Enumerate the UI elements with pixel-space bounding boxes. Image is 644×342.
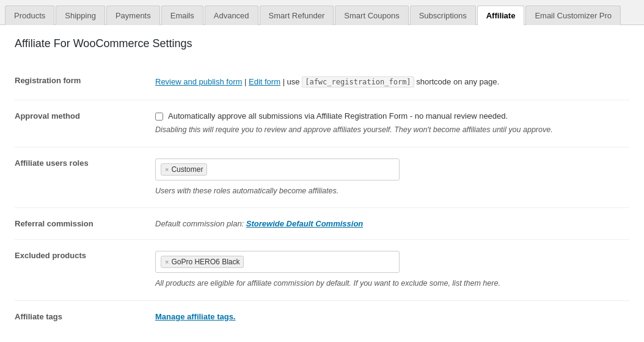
approval-method-value: Automatically approve all submissions vi…: [149, 100, 629, 147]
tag-chip-gopro: × GoPro HERO6 Black: [161, 256, 244, 268]
tab-affiliate[interactable]: Affiliate: [477, 6, 525, 25]
approval-checkbox-label: Automatically approve all submissions vi…: [168, 111, 508, 121]
registration-form-label: Registration form: [15, 65, 149, 100]
tab-smart-coupons[interactable]: Smart Coupons: [335, 6, 408, 25]
tab-advanced[interactable]: Advanced: [205, 6, 258, 25]
storewide-commission-link[interactable]: Storewide Default Commission: [246, 219, 363, 228]
tag-chip-customer: × Customer: [161, 163, 207, 176]
referral-commission-label: Referral commission: [15, 208, 149, 240]
tab-products[interactable]: Products: [5, 6, 54, 25]
affiliate-users-roles-row: Affiliate users roles × Customer Users w…: [15, 147, 629, 208]
referral-commission-value: Default commission plan: Storewide Defau…: [149, 208, 629, 240]
edit-form-link[interactable]: Edit form: [249, 77, 280, 86]
review-publish-link[interactable]: Review and publish form: [155, 77, 242, 86]
approval-note: Disabling this will require you to revie…: [155, 124, 623, 136]
excluded-products-label: Excluded products: [15, 240, 149, 301]
registration-form-row: Registration form Review and publish for…: [15, 65, 629, 100]
separator1: |: [244, 77, 249, 86]
approval-method-label: Approval method: [15, 100, 149, 147]
tab-emails[interactable]: Emails: [161, 6, 203, 25]
excluded-products-helper: All products are eligible for affiliate …: [155, 278, 623, 289]
tag-remove-customer[interactable]: ×: [165, 166, 169, 173]
tag-label-customer: Customer: [171, 165, 203, 174]
tab-subscriptions[interactable]: Subscriptions: [410, 6, 476, 25]
reg-form-line: Review and publish form | Edit form | us…: [155, 77, 499, 86]
tab-email-customizer-pro[interactable]: Email Customizer Pro: [525, 6, 621, 25]
page-content: Affiliate For WooCommerce Settings Regis…: [0, 25, 644, 342]
tabs-bar: ProductsShippingPaymentsEmailsAdvancedSm…: [0, 0, 644, 25]
commission-prefix: Default commission plan:: [155, 219, 244, 228]
tag-remove-gopro[interactable]: ×: [165, 258, 169, 266]
excluded-products-input[interactable]: × GoPro HERO6 Black: [155, 251, 400, 273]
tag-label-gopro: GoPro HERO6 Black: [171, 258, 240, 266]
affiliate-users-roles-input[interactable]: × Customer: [155, 158, 400, 180]
tab-smart-refunder[interactable]: Smart Refunder: [260, 6, 334, 25]
excluded-products-value: × GoPro HERO6 Black All products are eli…: [149, 240, 629, 301]
commission-line: Default commission plan: Storewide Defau…: [155, 219, 363, 228]
excluded-products-row: Excluded products × GoPro HERO6 Black Al…: [15, 240, 629, 301]
affiliate-users-roles-label: Affiliate users roles: [15, 147, 149, 208]
approval-method-row: Approval method Automatically approve al…: [15, 100, 629, 147]
affiliate-tags-value: Manage affiliate tags.: [149, 301, 629, 333]
tab-shipping[interactable]: Shipping: [56, 6, 105, 25]
registration-form-value: Review and publish form | Edit form | us…: [149, 65, 629, 100]
page-title: Affiliate For WooCommerce Settings: [15, 37, 629, 50]
shortcode-suffix-text: shortcode on any page.: [416, 77, 499, 86]
shortcode-display: [afwc_registration_form]: [302, 76, 414, 87]
referral-commission-row: Referral commission Default commission p…: [15, 208, 629, 240]
approval-checkbox-wrapper: Automatically approve all submissions vi…: [155, 111, 623, 121]
approval-checkbox[interactable]: [155, 113, 163, 121]
tab-payments[interactable]: Payments: [106, 6, 160, 25]
settings-table: Registration form Review and publish for…: [15, 65, 629, 332]
manage-affiliate-tags-link[interactable]: Manage affiliate tags.: [155, 312, 235, 321]
affiliate-users-roles-helper: Users with these roles automatically bec…: [155, 185, 623, 197]
affiliate-tags-row: Affiliate tags Manage affiliate tags.: [15, 301, 629, 333]
affiliate-users-roles-value: × Customer Users with these roles automa…: [149, 147, 629, 208]
affiliate-tags-label: Affiliate tags: [15, 301, 149, 333]
use-text: | use: [283, 77, 302, 86]
